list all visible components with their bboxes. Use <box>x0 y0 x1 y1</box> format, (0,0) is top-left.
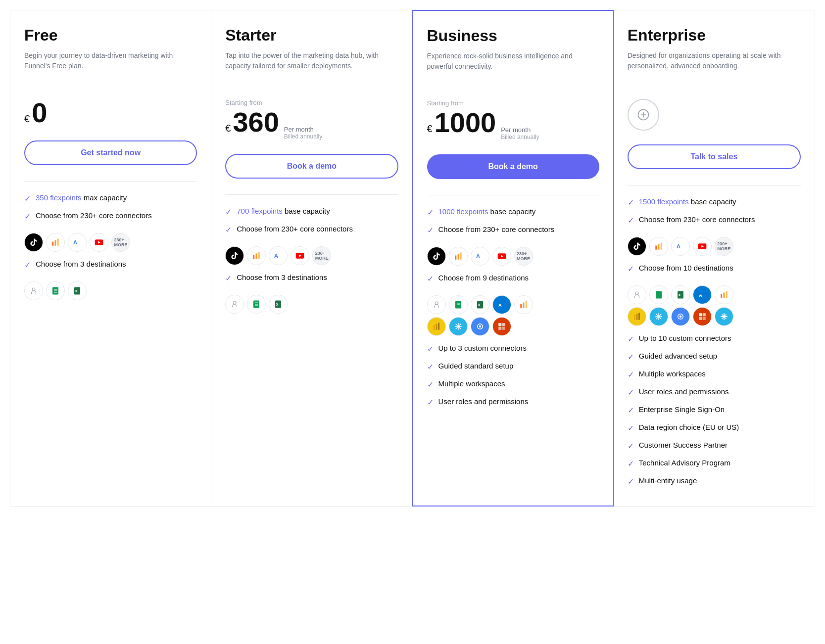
plan-enterprise-feature-custom: ✓ Up to 10 custom connectors <box>628 334 801 344</box>
svg-text:A: A <box>73 239 78 245</box>
youtube-icon <box>693 237 712 256</box>
dest-sheets-icon <box>649 285 668 304</box>
check-icon: ✓ <box>628 441 634 451</box>
dest-excel-icon: X <box>269 295 288 314</box>
bar-chart-icon <box>449 247 468 266</box>
check-icon: ✓ <box>427 274 434 283</box>
plan-starter-description: Tap into the power of the marketing data… <box>225 50 398 85</box>
feature-text: Choose from 10 destinations <box>639 264 733 272</box>
svg-point-6 <box>32 288 35 291</box>
dest-microsoft-icon <box>492 317 511 336</box>
plan-starter-feature-connectors: ✓ Choose from 230+ core connectors <box>225 225 398 234</box>
more-connectors-badge: 230+MORE <box>715 237 733 256</box>
google-ads-icon: A <box>471 247 489 266</box>
check-icon: ✓ <box>427 344 434 354</box>
plan-enterprise-feature-multi-entity: ✓ Multi-entity usage <box>628 476 801 486</box>
check-icon: ✓ <box>628 388 634 397</box>
svg-rect-39 <box>520 304 522 308</box>
dest-azure-icon: A <box>693 285 712 304</box>
check-icon: ✓ <box>24 260 31 270</box>
bar-chart-icon <box>46 233 65 252</box>
plan-enterprise-description: Designed for organizations operating at … <box>628 50 801 85</box>
svg-rect-52 <box>502 323 505 326</box>
svg-rect-1 <box>55 240 56 246</box>
feature-text: User roles and permissions <box>639 387 729 396</box>
svg-rect-79 <box>699 313 702 316</box>
svg-rect-43 <box>436 324 437 330</box>
plan-business-destination-icons: X A <box>427 291 599 336</box>
plan-free-amount: 0 <box>32 99 47 127</box>
plan-starter-connector-icons: A 230+MORE <box>225 242 398 265</box>
plan-free: Free Begin your journey to data-driven m… <box>10 10 211 506</box>
plan-enterprise: Enterprise Designed for organizations op… <box>614 10 815 506</box>
plan-starter-amount: 360 <box>233 108 279 136</box>
plan-starter-cta-button[interactable]: Book a demo <box>225 154 398 179</box>
plan-enterprise-feature-sso: ✓ Enterprise Single Sign-On <box>628 405 801 415</box>
feature-text: Guided advanced setup <box>639 352 717 360</box>
dest-snowflake2-icon <box>715 307 733 326</box>
feature-text: Choose from 230+ core connectors <box>438 225 555 233</box>
check-icon: ✓ <box>628 406 634 415</box>
plan-business-per-month: Per month <box>501 126 539 134</box>
plan-business-name: Business <box>427 27 599 45</box>
svg-rect-68 <box>723 293 725 298</box>
plan-enterprise-destination-icons: X A <box>628 281 801 326</box>
plan-enterprise-cta-button[interactable]: Talk to sales <box>628 144 801 169</box>
plan-enterprise-feature-data-region: ✓ Data region choice (EU or US) <box>628 423 801 433</box>
svg-rect-69 <box>726 291 728 298</box>
svg-rect-44 <box>438 323 439 330</box>
dest-powerbi-icon <box>628 307 646 326</box>
plan-starter-currency: € <box>225 123 231 134</box>
plan-free-connector-icons: A 230+MORE <box>24 229 197 252</box>
check-icon: ✓ <box>628 216 634 225</box>
plan-starter-billed-annually: Billed annually <box>284 133 322 140</box>
plan-starter-name: Starter <box>225 26 398 45</box>
dest-funnel-icon <box>628 285 646 304</box>
svg-rect-42 <box>434 325 435 330</box>
svg-rect-71 <box>636 314 637 320</box>
plan-business-features: ✓ 1000 flexpoints base capacity ✓ Choose… <box>427 207 599 407</box>
svg-text:A: A <box>699 293 702 298</box>
plan-starter-per-month: Per month <box>284 126 322 133</box>
plan-business-cta-button[interactable]: Book a demo <box>427 154 599 179</box>
svg-rect-53 <box>498 327 501 330</box>
plan-enterprise-name: Enterprise <box>628 26 801 45</box>
tiktok-icon <box>427 247 446 266</box>
svg-text:A: A <box>676 243 680 249</box>
plan-starter-feature-destinations: ✓ Choose from 3 destinations <box>225 273 398 283</box>
plan-business-feature-roles: ✓ User roles and permissions <box>427 397 599 407</box>
feature-text: 700 flexpoints base capacity <box>237 207 330 215</box>
plan-enterprise-feature-workspaces: ✓ Multiple workspaces <box>628 369 801 379</box>
check-icon: ✓ <box>24 194 31 203</box>
svg-rect-28 <box>460 253 461 260</box>
enterprise-icon-circle <box>628 99 659 131</box>
svg-rect-67 <box>721 294 722 298</box>
plan-starter-features: ✓ 700 flexpoints base capacity ✓ Choose … <box>225 207 398 314</box>
svg-rect-51 <box>498 323 501 326</box>
check-icon: ✓ <box>225 207 232 217</box>
bar-chart-icon <box>247 246 266 265</box>
more-connectors-badge: 230+MORE <box>514 247 533 266</box>
google-ads-icon: A <box>269 246 288 265</box>
svg-rect-80 <box>703 313 706 316</box>
feature-text: Multiple workspaces <box>438 379 505 388</box>
check-icon: ✓ <box>24 212 31 221</box>
dest-excel-icon: X <box>671 285 690 304</box>
feature-text: Choose from 3 destinations <box>237 273 327 281</box>
svg-rect-57 <box>658 244 659 250</box>
feature-text: Choose from 3 destinations <box>36 260 126 268</box>
more-connectors-badge: 230+MORE <box>111 233 130 252</box>
dest-bar2-icon <box>514 295 533 314</box>
check-icon: ✓ <box>427 226 434 235</box>
plan-starter-price-row: € 360 Per month Billed annually <box>225 108 398 140</box>
plan-free-cta-button[interactable]: Get started now <box>24 140 197 165</box>
plan-business-connector-icons: A 230+MORE <box>427 243 599 266</box>
google-ads-icon: A <box>68 233 87 252</box>
check-icon: ✓ <box>628 370 634 379</box>
plan-business-feature-custom-connectors: ✓ Up to 3 custom connectors <box>427 344 599 354</box>
feature-text: Multiple workspaces <box>639 369 706 378</box>
dest-sheets-icon <box>247 295 266 314</box>
plan-starter-starting-from: Starting from <box>225 99 398 106</box>
plan-enterprise-feature-destinations: ✓ Choose from 10 destinations <box>628 264 801 274</box>
plan-starter: Starter Tap into the power of the market… <box>211 10 412 506</box>
